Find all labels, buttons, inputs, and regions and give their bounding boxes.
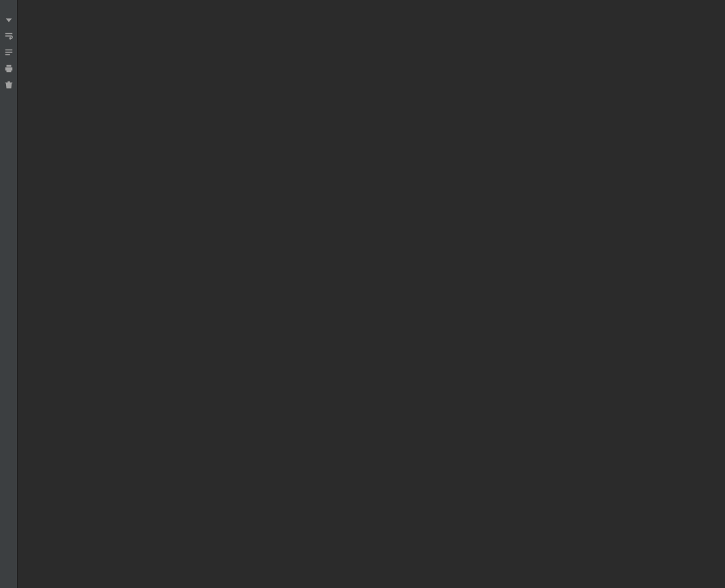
arrow-down-icon[interactable] [3, 14, 15, 26]
wrap-icon[interactable] [3, 30, 15, 42]
print-icon[interactable] [3, 62, 15, 75]
scroll-icon[interactable] [3, 46, 15, 58]
console-toolbar [0, 0, 18, 588]
trash-icon[interactable] [3, 79, 15, 91]
console-output[interactable] [18, 0, 725, 588]
